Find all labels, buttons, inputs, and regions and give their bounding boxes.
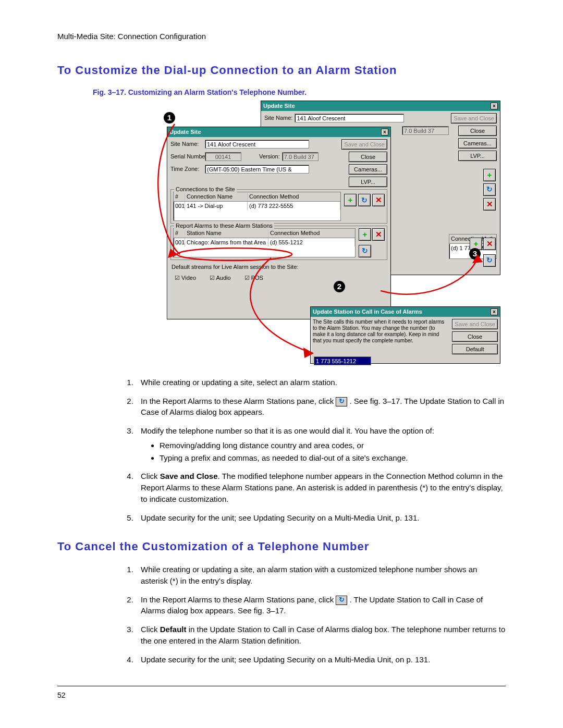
col-conn-method: Connection Method: [248, 192, 340, 201]
titlebar-front-title: Update Site: [169, 128, 201, 136]
label-timezone: Time Zone:: [170, 165, 203, 173]
cancel-step-2: In the Report Alarms to these Alarm Stat…: [136, 594, 506, 617]
callout-2: 2: [334, 281, 345, 292]
dialog-close-button[interactable]: Close: [452, 331, 498, 342]
delete-icon[interactable]: ✕: [483, 198, 496, 211]
edit-station-icon-back[interactable]: ↻: [483, 254, 496, 267]
close-button-back[interactable]: Close: [458, 126, 497, 136]
label-default-streams: Default streams for Live Alarm session t…: [172, 263, 386, 271]
titlebar-front[interactable]: Update Site ×: [167, 127, 390, 137]
step-2: In the Report Alarms to these Alarm Stat…: [136, 396, 506, 418]
dialog-default-button[interactable]: Default: [452, 344, 498, 354]
edit-icon-inline: ↻: [336, 596, 347, 605]
col-rep-num: #: [174, 229, 185, 238]
delete-station-icon[interactable]: ✕: [372, 228, 385, 241]
col-conn-name: Connection Name: [185, 192, 248, 201]
save-and-close-button[interactable]: Save and Close: [341, 139, 387, 150]
legend-connections: Connections to the Site: [174, 186, 237, 193]
heading-customize: To Customize the Dial-up Connection to a…: [57, 63, 506, 78]
legend-report-alarms: Report Alarms to these Alarm Stations: [174, 222, 274, 230]
col-rep-name: Station Name: [185, 229, 268, 238]
procedure-customize: While creating or updating a site, selec…: [136, 377, 506, 524]
close-icon[interactable]: ×: [381, 129, 388, 135]
col-num: #: [174, 192, 185, 201]
figure-caption: Fig. 3–17. Customizing an Alarm Station'…: [93, 88, 506, 97]
display-serial: 00141: [205, 152, 241, 161]
titlebar-dialog[interactable]: Update Station to Call in Case of Alarms…: [311, 307, 500, 317]
titlebar-dialog-title: Update Station to Call in Case of Alarms: [313, 308, 422, 316]
alarm-station-row[interactable]: 001 Chicago: Alarms from that Area Code …: [174, 238, 355, 247]
callout-1: 1: [164, 112, 175, 124]
figure-3-17: Update Site × Site Name: 141 Aloof Cresc…: [109, 101, 500, 366]
close-icon[interactable]: ×: [491, 309, 498, 315]
edit-connection-icon[interactable]: ↻: [358, 194, 371, 206]
col-rep-method: Connection Method: [268, 229, 355, 238]
heading-cancel: To Cancel the Customization of a Telepho…: [57, 539, 506, 554]
dialog-save-button[interactable]: Save and Close: [452, 319, 498, 329]
procedure-cancel: While creating or updating a site, an al…: [136, 564, 506, 665]
cancel-step-1: While creating or updating a site, an al…: [136, 564, 506, 587]
refresh-icon[interactable]: ↻: [483, 183, 496, 196]
footer-rule: [57, 686, 506, 686]
lvp-button[interactable]: LVP...: [349, 177, 387, 187]
input-site-name-back[interactable]: 141 Aloof Crescent: [295, 114, 404, 122]
cameras-button[interactable]: Cameras...: [349, 164, 387, 175]
add-icon[interactable]: +: [483, 169, 496, 181]
step-3b: Typing a prefix and commas, as needed to…: [160, 452, 506, 464]
step-1: While creating or updating a site, selec…: [136, 377, 506, 388]
edit-icon-inline: ↻: [336, 397, 347, 406]
input-phone-number[interactable]: 1 773 555-1212: [314, 356, 371, 365]
save-and-close-button-back[interactable]: Save and Close: [451, 113, 497, 124]
step-4: Click Save and Close. The modified telep…: [136, 471, 506, 504]
add-connection-icon[interactable]: +: [344, 194, 357, 206]
step-5: Update security for the unit; see Updati…: [136, 512, 506, 524]
label-site-name: Site Name:: [170, 140, 203, 148]
window-update-station-dialog: Update Station to Call in Case of Alarms…: [310, 306, 500, 364]
page-number: 52: [57, 690, 506, 700]
label-serial: Serial Number:: [170, 153, 203, 161]
delete-station-icon-back[interactable]: ✕: [483, 238, 496, 250]
fieldset-connections: Connections to the Site # Connection Nam…: [170, 189, 387, 224]
alarm-stations-list[interactable]: # Station Name Connection Method 001 Chi…: [173, 228, 356, 257]
titlebar-back[interactable]: Update Site ×: [261, 101, 500, 111]
label-version: Version:: [259, 153, 280, 161]
step-3: Modify the telephone number so that it i…: [136, 425, 506, 463]
step-3a: Removing/adding long distance country an…: [160, 440, 506, 451]
fieldset-report-alarms: Report Alarms to these Alarm Stations # …: [170, 226, 387, 260]
label-site-name-back: Site Name:: [264, 114, 292, 122]
connections-list[interactable]: # Connection Name Connection Method 001 …: [173, 192, 341, 221]
checkbox-video[interactable]: ☑ Video: [175, 274, 196, 282]
dialog-body-text: The Site calls this number when it needs…: [313, 319, 449, 354]
checkbox-pos[interactable]: ☑ POS: [244, 274, 263, 282]
display-version: 7.0 Build 37: [282, 152, 319, 161]
add-station-icon[interactable]: +: [359, 228, 371, 241]
window-update-site-front: Update Site × Site Name: 141 Aloof Cresc…: [167, 127, 391, 319]
callout-3: 3: [469, 248, 481, 260]
edit-station-icon[interactable]: ↻: [359, 245, 371, 257]
titlebar-back-title: Update Site: [263, 102, 295, 110]
cameras-button-back[interactable]: Cameras...: [458, 138, 497, 149]
lvp-button-back[interactable]: LVP...: [458, 151, 497, 161]
build-back: 7.0 Build 37: [402, 126, 449, 135]
select-timezone[interactable]: (GMT-05:00) Eastern Time (US & Canada): [205, 165, 309, 174]
input-site-name[interactable]: 141 Aloof Crescent: [205, 140, 309, 149]
breadcrumb: Multi-Media Site: Connection Configurati…: [57, 31, 506, 42]
close-icon[interactable]: ×: [491, 103, 498, 109]
checkbox-audio[interactable]: ☑ Audio: [210, 274, 231, 282]
close-button[interactable]: Close: [349, 152, 387, 162]
cancel-step-3: Click Default in the Update Station to C…: [136, 624, 506, 647]
cancel-step-4: Update security for the unit; see Updati…: [136, 654, 506, 665]
connections-row[interactable]: 001 141 -> Dial-up (d) 773 222-5555: [174, 202, 340, 211]
delete-connection-icon[interactable]: ✕: [372, 194, 385, 206]
